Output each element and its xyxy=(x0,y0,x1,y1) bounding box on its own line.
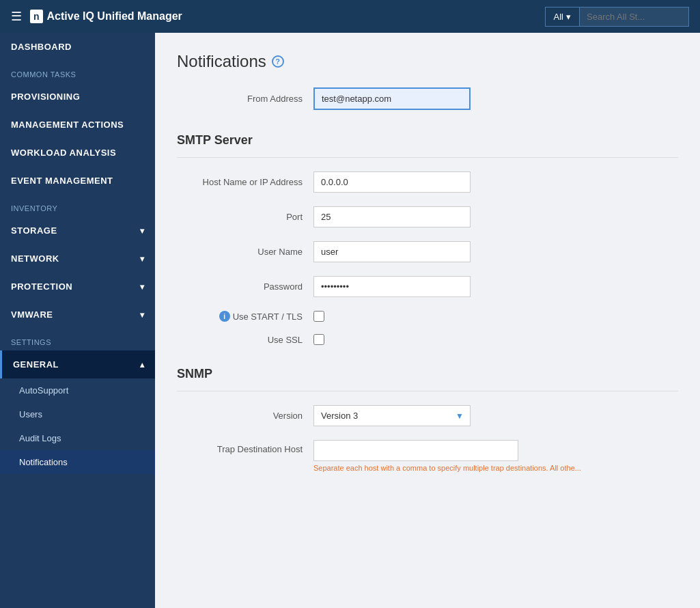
password-label: Password xyxy=(177,281,313,292)
username-row: User Name xyxy=(177,241,678,262)
info-icon: i xyxy=(219,311,230,322)
page-title: Notifications ? xyxy=(177,52,678,71)
ssl-row: Use SSL xyxy=(177,334,678,345)
sidebar-item-general[interactable]: GENERAL ▴ xyxy=(0,350,155,378)
trap-host-input[interactable] xyxy=(313,440,518,461)
trap-host-label: Trap Destination Host xyxy=(177,440,313,454)
version-label: Version xyxy=(177,411,313,421)
starttls-checkbox[interactable] xyxy=(313,311,324,322)
ssl-checkbox[interactable] xyxy=(313,334,324,345)
from-address-input[interactable] xyxy=(313,87,471,110)
password-row: Password xyxy=(177,276,678,297)
smtp-section-header: SMTP Server xyxy=(177,124,678,158)
chevron-down-icon: ▾ xyxy=(140,310,145,320)
username-label: User Name xyxy=(177,247,313,257)
sidebar-item-management-actions[interactable]: MANAGEMENT ACTIONS xyxy=(0,111,155,139)
port-input[interactable] xyxy=(313,206,471,227)
help-icon[interactable]: ? xyxy=(272,55,284,68)
sidebar-subitem-audit-logs[interactable]: Audit Logs xyxy=(0,426,155,450)
from-address-row: From Address xyxy=(177,87,678,110)
port-row: Port xyxy=(177,206,678,227)
app-title: Active IQ Unified Manager xyxy=(47,10,182,23)
username-input[interactable] xyxy=(313,241,471,262)
starttls-label: Use START / TLS xyxy=(233,312,303,322)
search-group: All ▾ xyxy=(545,7,689,27)
chevron-up-icon: ▴ xyxy=(140,360,145,370)
topbar: ☰ n Active IQ Unified Manager All ▾ xyxy=(0,0,700,33)
search-scope-dropdown[interactable]: All ▾ xyxy=(545,7,580,27)
main-layout: DASHBOARD COMMON TASKS PROVISIONING MANA… xyxy=(0,33,700,608)
hostname-row: Host Name or IP Address xyxy=(177,171,678,193)
sidebar-item-network[interactable]: NETWORK ▾ xyxy=(0,245,155,273)
sidebar-item-vmware[interactable]: VMWARE ▾ xyxy=(0,301,155,329)
chevron-down-icon: ▾ xyxy=(140,254,145,264)
chevron-down-icon: ▾ xyxy=(140,226,145,236)
hostname-label: Host Name or IP Address xyxy=(177,177,313,187)
sidebar-section-common-tasks: COMMON TASKS xyxy=(0,61,155,83)
ssl-label: Use SSL xyxy=(268,335,303,345)
content-area: Notifications ? From Address SMTP Server… xyxy=(155,33,700,608)
version-select[interactable]: Version 3 Version 2c Version 1 xyxy=(313,405,471,426)
sidebar-section-inventory: INVENTORY xyxy=(0,195,155,217)
chevron-down-icon: ▾ xyxy=(140,282,145,292)
logo-box: n xyxy=(30,10,43,23)
sidebar-item-event-management[interactable]: EVENT MANAGEMENT xyxy=(0,167,155,195)
sidebar-item-storage[interactable]: STORAGE ▾ xyxy=(0,217,155,245)
trap-host-row: Trap Destination Host Separate each host… xyxy=(177,440,678,472)
sidebar-subitem-notifications[interactable]: Notifications xyxy=(0,450,155,474)
sidebar-subitem-users[interactable]: Users xyxy=(0,402,155,426)
password-input[interactable] xyxy=(313,276,471,297)
hamburger-menu-icon[interactable]: ☰ xyxy=(11,9,22,24)
port-label: Port xyxy=(177,212,313,222)
app-logo: n Active IQ Unified Manager xyxy=(30,10,182,23)
sidebar-item-dashboard[interactable]: DASHBOARD xyxy=(0,33,155,61)
ssl-label-area: Use SSL xyxy=(177,335,313,345)
sidebar-item-workload-analysis[interactable]: WORKLOAD ANALYSIS xyxy=(0,139,155,167)
hostname-input[interactable] xyxy=(313,171,471,193)
snmp-section-header: SNMP xyxy=(177,357,678,391)
sidebar-subitem-autosupport[interactable]: AutoSupport xyxy=(0,378,155,402)
trap-hint-text: Separate each host with a comma to speci… xyxy=(313,464,581,472)
version-select-wrapper: Version 3 Version 2c Version 1 xyxy=(313,405,471,426)
sidebar-section-settings: SETTINGS xyxy=(0,329,155,350)
sidebar: DASHBOARD COMMON TASKS PROVISIONING MANA… xyxy=(0,33,155,608)
from-address-label: From Address xyxy=(177,94,313,104)
sidebar-item-provisioning[interactable]: PROVISIONING xyxy=(0,83,155,111)
global-search-input[interactable] xyxy=(580,7,689,27)
trap-host-group: Separate each host with a comma to speci… xyxy=(313,440,581,472)
starttls-label-area: i Use START / TLS xyxy=(177,311,313,322)
chevron-down-icon: ▾ xyxy=(566,12,571,22)
sidebar-item-protection[interactable]: PROTECTION ▾ xyxy=(0,273,155,301)
starttls-row: i Use START / TLS xyxy=(177,311,678,322)
version-row: Version Version 3 Version 2c Version 1 xyxy=(177,405,678,426)
